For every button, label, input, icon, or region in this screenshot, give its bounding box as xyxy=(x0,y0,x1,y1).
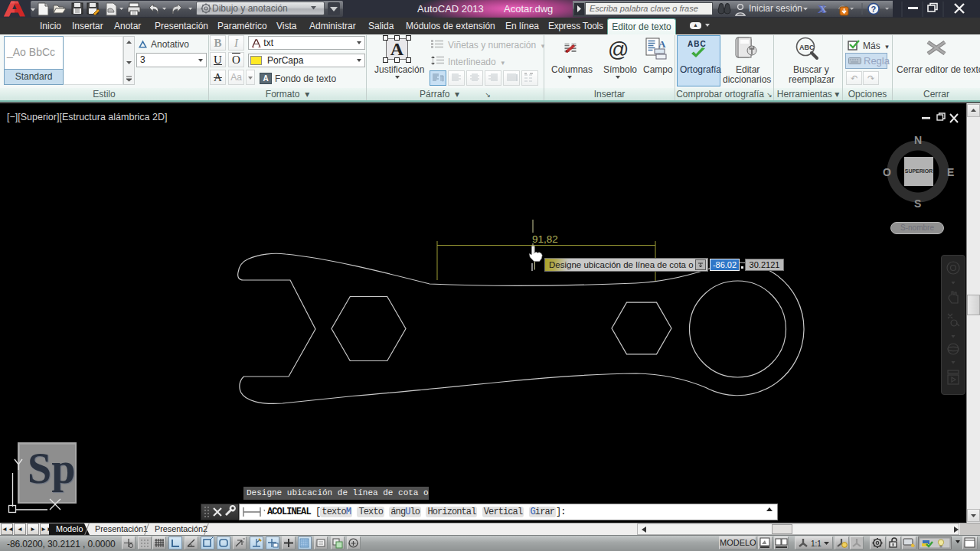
svg-text:?: ? xyxy=(871,5,877,14)
svg-text:A: A xyxy=(658,38,666,50)
svg-text:1:1: 1:1 xyxy=(811,540,822,548)
svg-text:91,82: 91,82 xyxy=(532,233,558,245)
svg-text:ABC: ABC xyxy=(799,44,815,51)
svg-text:X: X xyxy=(820,3,828,15)
